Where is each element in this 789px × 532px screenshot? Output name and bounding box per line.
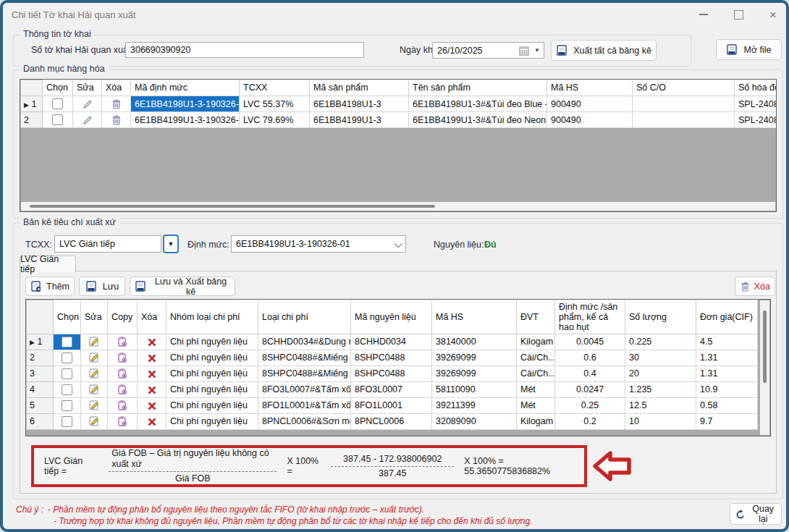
costs-cell-ma-hs[interactable]: 32089090 xyxy=(432,413,517,429)
costs-col-ma-hs[interactable]: Mã HS xyxy=(432,300,517,334)
goods-col-chon[interactable]: Chọn xyxy=(43,80,73,96)
costs-cell-dvt[interactable]: Mét xyxy=(517,381,555,397)
goods-cell-so-co[interactable] xyxy=(633,96,735,112)
goods-col-so-co[interactable]: Số C/O xyxy=(633,80,735,96)
costs-cell-nhom[interactable]: Chi phí nguyên liệu xyxy=(166,366,258,381)
costs-row-2[interactable]: 2 Chi phí nguyên liệu 8SHPC0488#&Miếng n… xyxy=(27,350,758,366)
costs-cell-dinh-muc[interactable]: 0.6 xyxy=(555,350,625,366)
open-file-button[interactable]: Mở file xyxy=(716,39,782,60)
costs-cell-loai[interactable]: 8FO3L0007#&Tấm xốp ... xyxy=(258,381,351,397)
goods-cell-tcxx[interactable]: LVC 55.37% xyxy=(240,96,310,112)
costs-col-so-luong[interactable]: Số lượng xyxy=(625,300,696,334)
edit-icon[interactable] xyxy=(88,352,100,363)
costs-cell-don-gia[interactable]: 0.58 xyxy=(696,397,758,413)
save-button[interactable]: Lưu xyxy=(79,276,125,296)
costs-cell-loai[interactable]: 8SHPC0488#&Miếng n... xyxy=(258,350,351,366)
costs-cell-nhom[interactable]: Chi phí nguyên liệu xyxy=(166,350,258,366)
costs-cell-dvt[interactable]: Cái/Ch... xyxy=(517,350,555,366)
costs-cell-ma-nl[interactable]: 8CHHD0034 xyxy=(351,334,432,350)
goods-col-ten-san-pham[interactable]: Tên sản phẩm xyxy=(409,80,547,96)
costs-cell-dinh-muc[interactable]: 0.25 xyxy=(555,397,625,413)
goods-cell-so-co[interactable] xyxy=(633,112,735,128)
goods-cell-ma-hs[interactable]: 900490 xyxy=(547,96,633,112)
costs-col-don-gia[interactable]: Đơn giá(CIF) xyxy=(696,300,758,334)
costs-cell-so-luong[interactable]: 12.5 xyxy=(625,397,696,413)
select-checkbox[interactable] xyxy=(62,352,72,363)
costs-cell-ma-nl[interactable]: 8SHPC0488 xyxy=(351,350,432,366)
costs-col-sua[interactable]: Sửa xyxy=(81,300,108,334)
delete-x-icon[interactable] xyxy=(146,337,157,347)
copy-icon[interactable] xyxy=(117,352,128,363)
close-button[interactable]: × xyxy=(766,7,780,22)
costs-cell-so-luong[interactable]: 20 xyxy=(625,366,696,381)
trash-icon[interactable] xyxy=(111,114,122,126)
goods-cell-so-hoa-don[interactable]: SPL-2408 xyxy=(735,112,777,128)
copy-icon[interactable] xyxy=(117,415,128,427)
costs-col-copy[interactable]: Copy xyxy=(108,300,138,334)
edit-icon[interactable] xyxy=(82,114,93,126)
tcxx-dropdown-button[interactable]: ▼ xyxy=(163,235,179,253)
costs-col-nhom[interactable]: Nhóm loại chi phí xyxy=(166,300,258,334)
copy-icon[interactable] xyxy=(117,368,128,379)
costs-cell-ma-hs[interactable]: 39269099 xyxy=(432,350,517,366)
costs-col-loai[interactable]: Loại chi phí xyxy=(258,300,351,334)
costs-cell-ma-nl[interactable]: 8FO1L0001 xyxy=(351,397,432,413)
delete-x-icon[interactable] xyxy=(146,368,157,379)
declaration-number-input[interactable] xyxy=(125,42,364,58)
costs-col-dvt[interactable]: ĐVT xyxy=(517,300,555,334)
costs-cell-loai[interactable]: 8CHHD0034#&Dung m... xyxy=(258,334,351,350)
delete-x-icon[interactable] xyxy=(146,416,157,427)
declaration-date-picker[interactable]: 26/10/2025 ▼ xyxy=(432,42,544,59)
delete-x-icon[interactable] xyxy=(146,352,157,363)
costs-cell-nhom[interactable]: Chi phí nguyên liệu xyxy=(166,381,258,397)
hscroll-thumb[interactable] xyxy=(30,205,435,208)
goods-row-2[interactable]: 2 6E1BB4199U1-3-190326-01 LVC 79.69% 6E1… xyxy=(21,112,777,128)
costs-col-xoa[interactable]: Xóa xyxy=(138,300,166,334)
goods-cell-ma-dinh-muc[interactable]: 6E1BB4198U1-3-190326-01 xyxy=(131,96,240,112)
vscroll-thumb[interactable] xyxy=(763,311,767,383)
goods-col-tcxx[interactable]: TCXX xyxy=(240,80,310,96)
costs-cell-don-gia[interactable]: 1.31 xyxy=(696,366,758,381)
goods-cell-ma-san-pham[interactable]: 6E1BB4198U1-3 xyxy=(310,96,409,112)
minimize-button[interactable] xyxy=(696,7,711,22)
costs-cell-so-luong[interactable]: 10 xyxy=(625,413,696,429)
costs-cell-ma-hs[interactable]: 39269099 xyxy=(432,366,517,381)
costs-cell-don-gia[interactable]: 4.5 xyxy=(696,334,758,350)
dinh-muc-select[interactable]: 6E1BB4198U1-3-190326-01 xyxy=(231,235,406,253)
select-checkbox[interactable] xyxy=(62,384,72,395)
delete-x-icon[interactable] xyxy=(146,384,157,395)
select-checkbox[interactable] xyxy=(52,98,63,109)
costs-cell-dvt[interactable]: Kilogam xyxy=(517,413,555,429)
costs-cell-don-gia[interactable]: 1.31 xyxy=(696,350,758,366)
select-checkbox[interactable] xyxy=(62,337,72,347)
edit-icon[interactable] xyxy=(88,368,100,379)
select-checkbox[interactable] xyxy=(52,114,63,125)
goods-col-ma-dinh-muc[interactable]: Mã định mức xyxy=(131,80,240,96)
goods-col-so-hoa-don[interactable]: Số hóa đơn xyxy=(735,80,777,96)
costs-cell-ma-hs[interactable]: 39211399 xyxy=(432,397,517,413)
costs-row-3[interactable]: 3 Chi phí nguyên liệu 8SHPC0488#&Miếng n… xyxy=(27,366,758,381)
costs-cell-dinh-muc[interactable]: 0.0045 xyxy=(555,334,625,350)
costs-cell-dinh-muc[interactable]: 0.0247 xyxy=(555,381,625,397)
goods-col-xoa[interactable]: Xóa xyxy=(102,80,131,96)
costs-cell-don-gia[interactable]: 9.7 xyxy=(696,413,758,429)
costs-row-5[interactable]: 5 Chi phí nguyên liệu 8FO1L0001#&Tấm xốp… xyxy=(27,397,758,413)
goods-col-ma-hs[interactable]: Mã HS xyxy=(547,80,633,96)
costs-row-6[interactable]: 6 Chi phí nguyên liệu 8PNCL0006#&Sơn mờ/… xyxy=(27,413,758,429)
costs-cell-ma-hs[interactable]: 58110090 xyxy=(432,381,517,397)
goods-cell-ten-san-pham[interactable]: 6E1BB4199U1-3#&Túi đeo Neon Yel... xyxy=(409,112,547,128)
goods-grid-hscrollbar[interactable] xyxy=(21,202,775,211)
goods-cell-ma-hs[interactable]: 900490 xyxy=(547,112,633,128)
goods-col-ma-san-pham[interactable]: Mã sản phẩm xyxy=(310,80,409,96)
goods-row-1[interactable]: ▶ 1 6E1BB4198U1-3-190326-01 LVC 55.37% 6… xyxy=(21,96,777,112)
copy-icon[interactable] xyxy=(117,336,128,347)
costs-cell-nhom[interactable]: Chi phí nguyên liệu xyxy=(166,397,258,413)
edit-icon[interactable] xyxy=(88,336,100,347)
trash-icon[interactable] xyxy=(111,98,122,110)
goods-col-sua[interactable]: Sửa xyxy=(73,80,102,96)
edit-icon[interactable] xyxy=(88,384,100,395)
save-export-button[interactable]: Lưu và Xuất bảng kê xyxy=(130,276,235,296)
copy-icon[interactable] xyxy=(117,400,128,411)
costs-cell-dvt[interactable]: Cái/Ch... xyxy=(517,366,555,381)
costs-cell-nhom[interactable]: Chi phí nguyên liệu xyxy=(166,413,258,429)
